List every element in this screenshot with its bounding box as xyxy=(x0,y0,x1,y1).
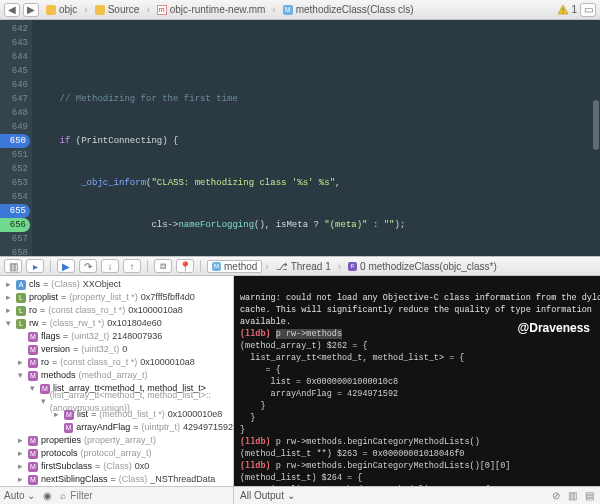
disclosure-triangle-icon[interactable]: ▸ xyxy=(16,434,25,447)
filter-icon: ⌕ xyxy=(60,490,66,501)
code-editor[interactable]: 642 643 644 645 646 647 648 649 650 651 … xyxy=(0,20,600,256)
crumb-project[interactable]: objc xyxy=(43,4,80,15)
disclosure-triangle-icon[interactable]: ▾ xyxy=(40,395,47,408)
nav-back-button[interactable]: ◀ xyxy=(4,3,20,17)
var-kind-icon: M xyxy=(40,384,50,394)
disclosure-triangle-icon[interactable]: ▸ xyxy=(16,460,25,473)
var-kind-icon: M xyxy=(28,475,38,485)
current-line-marker[interactable]: 656 xyxy=(0,218,30,232)
var-kind-icon: L xyxy=(16,319,26,329)
chevron-right-icon: › xyxy=(272,4,275,15)
method-icon: M xyxy=(283,5,293,15)
var-kind-icon: L xyxy=(16,306,26,316)
code-area[interactable]: // Methodizing for the first time if (Pr… xyxy=(32,20,600,256)
svg-rect-1 xyxy=(563,12,564,13)
crumb-folder[interactable]: Source xyxy=(92,4,143,15)
var-kind-icon: M xyxy=(28,462,38,472)
author-watermark: @Draveness xyxy=(518,322,590,334)
debug-memory-graph-button[interactable]: 📍 xyxy=(176,259,194,273)
var-kind-icon: M xyxy=(64,410,74,420)
disclosure-triangle-icon[interactable]: ▸ xyxy=(16,473,25,486)
breakpoints-toggle-button[interactable]: ▸ xyxy=(26,259,44,273)
svg-rect-0 xyxy=(563,8,564,11)
folder-icon xyxy=(95,5,105,15)
disclosure-triangle-icon[interactable]: ▸ xyxy=(16,447,25,460)
variables-filter-input[interactable] xyxy=(70,490,229,501)
debug-view-hierarchy-button[interactable]: ⧈ xyxy=(154,259,172,273)
var-kind-icon: A xyxy=(16,280,26,290)
disclosure-triangle-icon[interactable]: ▸ xyxy=(4,278,13,291)
disclosure-triangle-icon[interactable]: ▸ xyxy=(16,356,25,369)
toggle-debug-pane-button[interactable]: ▥ xyxy=(4,259,22,273)
chevron-right-icon: › xyxy=(146,4,149,15)
disclosure-triangle-icon[interactable]: ▾ xyxy=(16,369,25,382)
line-gutter[interactable]: 642 643 644 645 646 647 648 649 650 651 … xyxy=(0,20,32,256)
var-kind-icon: M xyxy=(28,436,38,446)
debug-console[interactable]: warning: could not load any Objective-C … xyxy=(234,276,600,486)
related-items-button[interactable]: ▭ xyxy=(580,3,596,17)
warning-triangle-icon xyxy=(557,4,569,16)
folder-icon xyxy=(46,5,56,15)
variables-scope-selector[interactable]: Auto ⌄ xyxy=(4,490,35,501)
disclosure-triangle-icon[interactable]: ▸ xyxy=(4,304,13,317)
show-console-button[interactable]: ▤ xyxy=(585,490,594,501)
debug-toolbar: ▥ ▸ ▶ ↷ ↓ ↑ ⧈ 📍 Mmethod › ⎇Thread 1 › F0… xyxy=(0,256,600,276)
crumb-file[interactable]: m objc-runtime-new.mm xyxy=(154,4,269,15)
thread-icon: ⎇ xyxy=(276,261,288,272)
show-variables-button[interactable]: ▥ xyxy=(568,490,577,501)
objc-file-icon: m xyxy=(157,5,167,15)
step-into-button[interactable]: ↓ xyxy=(101,259,119,273)
breakpoint-marker[interactable]: 655 xyxy=(0,204,30,218)
vertical-scrollbar[interactable] xyxy=(593,100,599,150)
breadcrumb-toolbar: ◀ ▶ objc › Source › m objc-runtime-new.m… xyxy=(0,0,600,20)
var-kind-icon: L xyxy=(16,293,26,303)
chevron-right-icon: › xyxy=(84,4,87,15)
status-bar: Auto ⌄ ◉ ⌕ All Output ⌄ ⊘ ▥ ▤ xyxy=(0,486,600,504)
disclosure-triangle-icon[interactable]: ▸ xyxy=(4,291,13,304)
warning-indicator[interactable]: 1 xyxy=(557,4,577,16)
quicklook-icon[interactable]: ◉ xyxy=(43,490,52,501)
variables-pane[interactable]: ▸Acls = (Class) XXObject ▸Lproplist = (p… xyxy=(0,276,234,486)
crumb-symbol[interactable]: M methodizeClass(Class cls) xyxy=(280,4,417,15)
var-kind-icon: M xyxy=(64,423,74,433)
thread-navigator[interactable]: Mmethod › ⎇Thread 1 › F0 methodizeClass(… xyxy=(207,260,501,273)
step-out-button[interactable]: ↑ xyxy=(123,259,141,273)
frame-icon: F xyxy=(348,262,357,271)
disclosure-triangle-icon[interactable]: ▾ xyxy=(4,317,13,330)
var-kind-icon: M xyxy=(28,345,38,355)
var-kind-icon: M xyxy=(28,371,38,381)
nav-forward-button[interactable]: ▶ xyxy=(23,3,39,17)
disclosure-triangle-icon[interactable]: ▸ xyxy=(52,408,61,421)
var-kind-icon: M xyxy=(28,332,38,342)
continue-button[interactable]: ▶ xyxy=(57,259,75,273)
breakpoint-marker[interactable]: 650 xyxy=(0,134,30,148)
console-output-scope-selector[interactable]: All Output ⌄ xyxy=(240,490,295,501)
step-over-button[interactable]: ↷ xyxy=(79,259,97,273)
clear-console-button[interactable]: ⊘ xyxy=(552,490,560,501)
var-kind-icon: M xyxy=(28,358,38,368)
disclosure-triangle-icon[interactable]: ▾ xyxy=(28,382,37,395)
var-kind-icon: M xyxy=(28,449,38,459)
method-icon: M xyxy=(212,262,221,271)
